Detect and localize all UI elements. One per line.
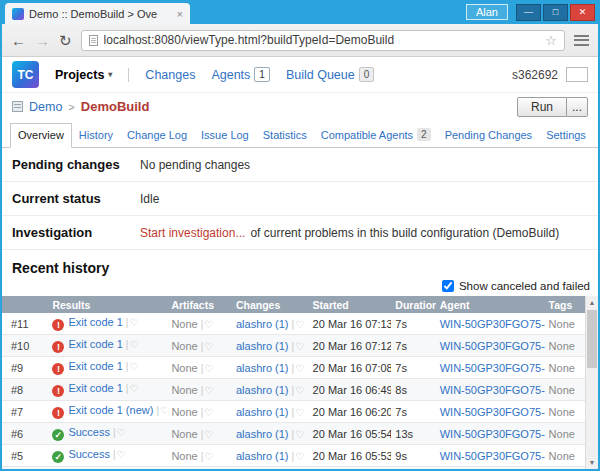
artifacts-value: None (171, 406, 197, 418)
browser-tab[interactable]: Demo :: DemoBuild > Ove × (5, 3, 190, 24)
build-result-link[interactable]: Success (68, 426, 110, 438)
run-more-button[interactable]: ... (567, 97, 588, 117)
changes-link[interactable]: alashro (1) (236, 318, 289, 330)
build-result-link[interactable]: Exit code 1 (new) (68, 404, 153, 416)
tab-statistics[interactable]: Statistics (256, 124, 314, 147)
pin-icon[interactable]: ♡ (204, 319, 213, 330)
agent-link[interactable]: WIN-50GP30FGO75-1 (440, 450, 545, 462)
show-canceled-checkbox[interactable] (442, 280, 454, 292)
refresh-button[interactable]: ↻ (59, 33, 72, 48)
bookmark-star-icon[interactable]: ☆ (545, 33, 557, 48)
pin-icon[interactable]: ♡ (129, 383, 138, 394)
build-number: #10 (2, 335, 48, 357)
browser-profile-button[interactable]: Alan (466, 4, 508, 20)
scrollbar-thumb[interactable] (587, 310, 597, 368)
tab-issue-log[interactable]: Issue Log (194, 124, 256, 147)
pin-icon[interactable]: ♡ (204, 341, 213, 352)
pin-icon[interactable]: ♡ (204, 407, 213, 418)
scroll-down-button[interactable]: ▼ (586, 456, 598, 469)
changes-link[interactable]: alashro (1) (236, 428, 289, 440)
build-number: #4 (2, 467, 48, 470)
pin-icon[interactable]: ♡ (295, 385, 304, 396)
tab-history[interactable]: History (72, 124, 120, 147)
nav-item-agents[interactable]: Agents 1 (211, 67, 269, 82)
pin-icon[interactable]: ♡ (295, 429, 304, 440)
pin-icon[interactable]: ♡ (160, 405, 167, 416)
table-row: #10!Exit code 1|♡None|♡alashro (1)|♡20 M… (2, 335, 585, 357)
pin-icon[interactable]: ♡ (295, 363, 304, 374)
hamburger-menu-icon[interactable] (574, 35, 589, 46)
history-filter: Show canceled and failed (2, 278, 598, 296)
close-button[interactable]: ✕ (570, 4, 595, 21)
agent-link[interactable]: WIN-50GP30FGO75-1 (440, 406, 545, 418)
build-result-link[interactable]: Exit code 1 (68, 316, 122, 328)
error-icon: ! (52, 407, 64, 419)
changes-link[interactable]: alashro (1) (236, 362, 289, 374)
agent-link[interactable]: WIN-50GP30FGO75-1 (440, 340, 545, 352)
agent-link[interactable]: WIN-50GP30FGO75-1 (440, 318, 545, 330)
pin-icon[interactable]: ♡ (295, 451, 304, 462)
address-bar[interactable]: localhost:8080/viewType.html?buildTypeId… (81, 30, 565, 51)
changes-link[interactable]: alashro (1) (236, 450, 289, 462)
pin-icon[interactable]: ♡ (117, 427, 126, 438)
history-header-row: Results Artifacts Changes Started Durati… (2, 296, 585, 313)
tab-compatible-agents[interactable]: Compatible Agents 2 (314, 123, 438, 147)
pin-icon[interactable]: ♡ (129, 317, 138, 328)
build-number: #8 (2, 379, 48, 401)
tab-settings[interactable]: Settings (539, 124, 593, 147)
nav-item-changes[interactable]: Changes (145, 68, 195, 82)
recent-history-title: Recent history (2, 250, 598, 278)
tab-change-log[interactable]: Change Log (120, 124, 194, 147)
agent-link[interactable]: WIN-50GP30FGO75-1 (440, 362, 545, 374)
back-button[interactable]: ← (11, 33, 26, 48)
tags-value: None (545, 335, 585, 357)
pin-icon[interactable]: ♡ (295, 407, 304, 418)
pin-icon[interactable]: ♡ (117, 449, 126, 460)
tags-value: None (545, 357, 585, 379)
changes-link[interactable]: alashro (1) (236, 340, 289, 352)
scroll-up-button[interactable]: ▲ (586, 296, 598, 309)
started-value: 20 Mar 16 07:12 (309, 335, 392, 357)
page-icon (89, 35, 98, 46)
agent-link[interactable]: WIN-50GP30FGO75-1 (440, 428, 545, 440)
nav-item-build-queue[interactable]: Build Queue 0 (286, 67, 374, 82)
breadcrumb-separator: > (68, 101, 74, 113)
pin-icon[interactable]: ♡ (204, 363, 213, 374)
pin-icon[interactable]: ♡ (129, 361, 138, 372)
started-value: 20 Mar 16 06:20 (309, 401, 392, 423)
build-result-link[interactable]: Exit code 1 (68, 382, 122, 394)
username[interactable]: s362692 (512, 68, 558, 82)
breadcrumb-project-link[interactable]: Demo (29, 100, 62, 114)
pin-icon[interactable]: ♡ (204, 385, 213, 396)
user-menu-button[interactable] (566, 67, 588, 82)
build-result-link[interactable]: Success (68, 448, 110, 460)
changes-link[interactable]: alashro (1) (236, 406, 289, 418)
vertical-scrollbar[interactable]: ▲ ▼ (585, 296, 598, 469)
tab-overview[interactable]: Overview (10, 123, 72, 148)
forward-button[interactable]: → (35, 33, 50, 48)
tab-pending-changes[interactable]: Pending Changes (438, 124, 539, 147)
duration-value: 7s (391, 313, 435, 335)
started-value: 20 Mar 16 05:53 (309, 445, 392, 467)
build-result-link[interactable]: Exit code 1 (68, 360, 122, 372)
browser-window: Demo :: DemoBuild > Ove × Alan — □ ✕ ← →… (0, 0, 600, 471)
minimize-button[interactable]: — (516, 4, 541, 21)
column-header-artifacts: Artifacts (167, 296, 232, 313)
column-header-duration: Duration (391, 296, 435, 313)
pin-icon[interactable]: ♡ (129, 339, 138, 350)
agent-link[interactable]: WIN-50GP30FGO75-1 (440, 384, 545, 396)
nav-item-projects[interactable]: Projects ▾ (55, 68, 112, 82)
build-result-link[interactable]: Exit code 1 (68, 338, 122, 350)
browser-toolbar: ← → ↻ localhost:8080/viewType.html?build… (2, 24, 598, 57)
pin-icon[interactable]: ♡ (295, 319, 304, 330)
pin-icon[interactable]: ♡ (295, 341, 304, 352)
tab-close-icon[interactable]: × (177, 8, 183, 20)
run-button[interactable]: Run (517, 97, 567, 117)
start-investigation-link[interactable]: Start investigation... (140, 226, 245, 240)
pin-icon[interactable]: ♡ (204, 451, 213, 462)
maximize-button[interactable]: □ (543, 4, 568, 21)
pin-icon[interactable]: ♡ (204, 429, 213, 440)
table-row: #8!Exit code 1|♡None|♡alashro (1)|♡20 Ma… (2, 379, 585, 401)
teamcity-logo[interactable]: TC (12, 61, 39, 88)
changes-link[interactable]: alashro (1) (236, 384, 289, 396)
